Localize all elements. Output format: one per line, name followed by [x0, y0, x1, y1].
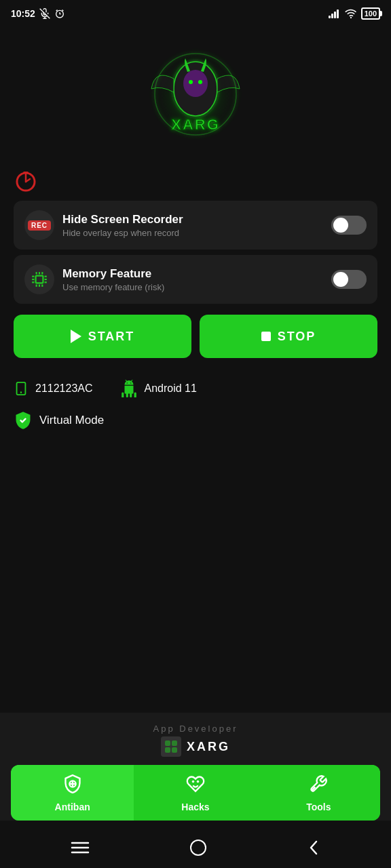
tab-hacks-label: Hacks	[181, 802, 209, 812]
menu-icon	[71, 840, 90, 855]
grid-icon	[164, 740, 178, 753]
mute-icon	[39, 8, 50, 19]
svg-point-45	[192, 781, 195, 783]
device-id-item: 2112123AC	[14, 381, 93, 396]
memory-icon-circle	[24, 264, 54, 294]
battery-icon: 100	[361, 7, 380, 20]
hide-screen-recorder-card: REC Hide Screen Recorder Hide overlay es…	[14, 201, 377, 250]
antiban-icon	[63, 774, 82, 797]
memory-feature-text: Memory Feature Use memory feature (risk)	[62, 267, 164, 292]
svg-rect-40	[166, 748, 170, 752]
recorder-toggle-slider	[331, 216, 367, 235]
app-developer-section: App Developer XARG	[11, 713, 380, 765]
virtual-mode-label: Virtual Mode	[39, 414, 104, 427]
svg-point-46	[197, 781, 200, 783]
brand-name: XARG	[187, 740, 230, 754]
timer-row	[14, 160, 377, 201]
svg-point-14	[189, 80, 193, 84]
start-icon	[71, 330, 81, 343]
android-icon	[120, 380, 138, 397]
wifi-icon	[345, 9, 357, 18]
memory-title: Memory Feature	[62, 267, 164, 281]
time-display: 10:52	[11, 8, 35, 19]
bottom-tabs: Antiban Hacks Tools	[11, 765, 380, 821]
hacks-icon	[186, 774, 205, 797]
back-button[interactable]	[307, 839, 320, 856]
feature-left-memory: Memory Feature Use memory feature (risk)	[24, 264, 164, 294]
svg-rect-23	[36, 276, 43, 283]
feature-left-recorder: REC Hide Screen Recorder Hide overlay es…	[24, 210, 183, 240]
tab-antiban-label: Antiban	[55, 802, 90, 812]
virtual-mode-row: Virtual Mode	[14, 403, 377, 435]
svg-point-51	[191, 840, 206, 855]
stop-icon	[261, 332, 271, 341]
svg-rect-8	[334, 12, 336, 18]
svg-rect-7	[331, 14, 333, 18]
status-bar: 10:52	[0, 0, 391, 24]
device-id-text: 2112123AC	[35, 382, 93, 395]
timer-icon	[14, 168, 38, 193]
tab-tools-label: Tools	[306, 802, 331, 812]
memory-toggle-slider	[331, 270, 367, 289]
svg-rect-38	[166, 741, 170, 745]
svg-point-10	[350, 17, 352, 18]
recorder-feature-text: Hide Screen Recorder Hide overlay esp wh…	[62, 213, 183, 238]
tab-antiban[interactable]: Antiban	[11, 765, 134, 821]
developer-label: App Developer	[11, 724, 380, 734]
recorder-subtitle: Hide overlay esp when record	[62, 228, 183, 238]
memory-toggle[interactable]	[331, 270, 367, 289]
rec-icon-circle: REC	[24, 210, 54, 240]
action-buttons: START STOP	[14, 315, 377, 358]
stop-button[interactable]: STOP	[200, 315, 377, 358]
signal-icon	[329, 9, 341, 18]
home-circle-icon	[189, 839, 207, 856]
phone-icon	[14, 381, 29, 396]
recorder-toggle[interactable]	[331, 216, 367, 235]
tab-tools[interactable]: Tools	[257, 765, 380, 821]
start-label: START	[88, 330, 135, 344]
system-nav	[0, 827, 391, 868]
tab-hacks[interactable]: Hacks	[134, 765, 257, 821]
start-button[interactable]: START	[14, 315, 191, 358]
home-button[interactable]	[189, 839, 207, 856]
svg-rect-6	[329, 16, 331, 18]
svg-point-15	[198, 80, 202, 84]
android-version-item: Android 11	[120, 380, 197, 397]
battery-level: 100	[365, 9, 377, 18]
status-left: 10:52	[11, 8, 65, 19]
brand-row: XARG	[11, 736, 380, 757]
svg-rect-9	[337, 9, 339, 18]
svg-rect-39	[172, 741, 176, 745]
device-info: 2112123AC Android 11	[14, 369, 377, 403]
android-version-text: Android 11	[145, 382, 197, 395]
logo-area: XARG	[0, 24, 391, 160]
tools-icon	[309, 774, 328, 797]
brand-icon	[161, 736, 181, 757]
alarm-icon	[54, 8, 65, 19]
chip-icon	[31, 271, 48, 288]
logo-container: XARG	[141, 41, 250, 150]
svg-text:XARG: XARG	[171, 116, 220, 133]
menu-button[interactable]	[71, 840, 90, 855]
xarg-logo: XARG	[141, 41, 250, 150]
main-content: REC Hide Screen Recorder Hide overlay es…	[0, 160, 391, 435]
stop-label: STOP	[278, 330, 316, 344]
svg-rect-41	[172, 748, 176, 752]
memory-subtitle: Use memory feature (risk)	[62, 282, 164, 292]
rec-badge: REC	[28, 220, 51, 231]
recorder-title: Hide Screen Recorder	[62, 213, 183, 226]
status-right: 100	[329, 7, 380, 20]
back-chevron-icon	[307, 839, 320, 856]
bottom-nav: App Developer XARG	[0, 713, 391, 821]
shield-check-icon	[14, 411, 33, 430]
svg-point-13	[183, 70, 208, 97]
memory-feature-card: Memory Feature Use memory feature (risk)	[14, 255, 377, 304]
